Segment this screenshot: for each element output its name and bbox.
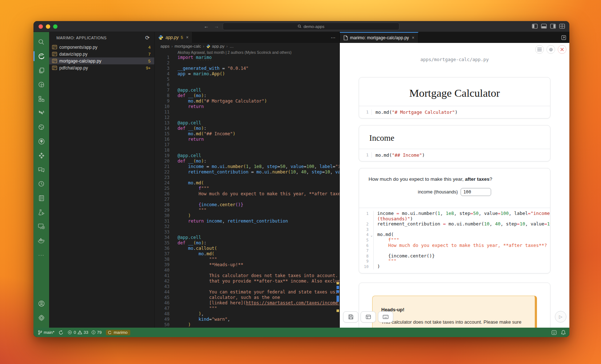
- notifications-item[interactable]: [561, 330, 566, 335]
- sync-changes-item[interactable]: [59, 330, 63, 335]
- code-line[interactable]: 19@app.cell: [155, 153, 339, 159]
- toggle-sidebar-icon[interactable]: [532, 24, 538, 29]
- code-line[interactable]: 13@app.cell: [155, 120, 339, 126]
- code-line[interactable]: 35def __(mo):: [155, 240, 339, 246]
- run-button[interactable]: ▷: [555, 311, 566, 323]
- overview-ruler[interactable]: [336, 49, 339, 328]
- activity-notebook-icon[interactable]: [33, 191, 49, 205]
- code-line[interactable]: 40: [155, 268, 339, 273]
- activity-tests-icon[interactable]: [33, 205, 49, 219]
- code-line[interactable]: 33: [155, 229, 339, 235]
- code-line[interactable]: 23: [155, 175, 339, 180]
- code-line[interactable]: 9 mo.md("# Mortgage Calculator"): [155, 99, 339, 104]
- refresh-icon[interactable]: ⟳: [145, 35, 150, 41]
- activity-marimo-icon[interactable]: [33, 49, 49, 63]
- cell-code[interactable]: mo.md("## Income"): [371, 152, 425, 158]
- menu-icon[interactable]: [535, 45, 544, 54]
- code-line[interactable]: 1import marimo: [155, 55, 339, 60]
- cell-code-block[interactable]: 1income = mo.ui.number(1, 1e8, step=50, …: [359, 208, 550, 273]
- code-line[interactable]: 18: [155, 148, 339, 153]
- code-line[interactable]: 22 retirement_contribution = mo.ui.numbe…: [155, 169, 339, 175]
- toggle-secondary-sidebar-icon[interactable]: [550, 24, 556, 29]
- code-line[interactable]: 12: [155, 115, 339, 120]
- file-row-pdfchat[interactable]: pdfchat/app.py9+: [49, 64, 154, 71]
- settings-gear-icon[interactable]: [33, 311, 49, 325]
- code-line[interactable]: 6: [155, 82, 339, 88]
- file-row-components[interactable]: components/app.py4: [49, 44, 154, 51]
- toggle-panel-icon[interactable]: [541, 24, 547, 29]
- cell-code[interactable]: mo.md("# Mortgage Calculator"): [371, 109, 458, 115]
- feedback-item[interactable]: [552, 330, 557, 335]
- code-line[interactable]: 21 income = mo.ui.number(1, 1e8, step=50…: [155, 164, 339, 169]
- code-line[interactable]: 2: [155, 60, 339, 66]
- code-line[interactable]: 34@app.cell: [155, 235, 339, 240]
- save-button[interactable]: [343, 311, 358, 323]
- open-window-button[interactable]: [361, 311, 376, 323]
- activity-search-icon[interactable]: [33, 35, 49, 49]
- activity-docker-icon[interactable]: [33, 233, 49, 248]
- tab-close-icon[interactable]: ×: [412, 35, 414, 40]
- code-line[interactable]: 3__generated_with = "0.0.14": [155, 66, 339, 71]
- code-editor[interactable]: Akshay Agrawal, last month | 2 authors (…: [155, 49, 339, 328]
- code-line[interactable]: 7@app.cell: [155, 88, 339, 93]
- minimize-window-button[interactable]: [46, 24, 50, 29]
- file-row-mortgage-calc[interactable]: mortgage-calc/app.py5: [49, 57, 154, 64]
- code-line[interactable]: 24 mo.md(: [155, 180, 339, 186]
- code-line[interactable]: 25 f""": [155, 186, 339, 191]
- tab-marimo-preview[interactable]: marimo: mortgage-calc/app.py ×: [340, 32, 418, 43]
- code-line[interactable]: 10 return: [155, 104, 339, 109]
- code-line[interactable]: 37 mo.md(: [155, 251, 339, 257]
- code-line[interactable]: 27: [155, 197, 339, 202]
- editor-more-actions-icon[interactable]: ⋯: [331, 32, 336, 43]
- codelens-authors[interactable]: Akshay Agrawal, last month | 2 authors (…: [155, 50, 339, 55]
- back-arrow-icon[interactable]: ←: [204, 23, 209, 29]
- code-line[interactable]: 43: [155, 284, 339, 289]
- activity-diamonds-icon[interactable]: [33, 148, 49, 163]
- forward-arrow-icon[interactable]: →: [214, 23, 219, 29]
- code-line[interactable]: 49 kind="warn",: [155, 317, 339, 322]
- git-branch-item[interactable]: main*: [38, 330, 54, 335]
- activity-history-icon[interactable]: [33, 177, 49, 191]
- activity-debug-watch-icon[interactable]: [33, 77, 49, 92]
- code-line[interactable]: 11: [155, 109, 339, 115]
- traffic-lights[interactable]: [39, 24, 57, 29]
- code-line[interactable]: 48 ),: [155, 311, 339, 317]
- problems-item[interactable]: 0 33 79: [68, 330, 102, 335]
- code-line[interactable]: 47 """: [155, 306, 339, 311]
- breadcrumb[interactable]: apps› mortgage-calc› app.py› …: [155, 43, 339, 49]
- activity-globe-icon[interactable]: [33, 120, 49, 134]
- code-line[interactable]: 38 """: [155, 257, 339, 262]
- activity-remote-screen-icon[interactable]: [33, 219, 49, 233]
- code-line[interactable]: 4app = marimo.App(): [155, 71, 339, 77]
- code-line[interactable]: 15 mo.md("## Income"): [155, 131, 339, 137]
- keyboard-shortcuts-button[interactable]: [378, 311, 393, 323]
- command-center-search[interactable]: demo-apps: [223, 23, 399, 30]
- code-line[interactable]: 42 that you provide **after-tax** income…: [155, 279, 339, 284]
- settings-gear-icon[interactable]: [546, 45, 555, 54]
- activity-github-icon[interactable]: [33, 134, 49, 148]
- maximize-window-button[interactable]: [53, 24, 57, 29]
- activity-more-icon[interactable]: ···: [33, 248, 49, 262]
- code-line[interactable]: 39 **Heads-up!**: [155, 262, 339, 268]
- code-line[interactable]: 14def __(mo):: [155, 126, 339, 131]
- code-line[interactable]: 44 You can estimate your federal and sta…: [155, 289, 339, 295]
- code-line[interactable]: 20def __(mo):: [155, 159, 339, 164]
- activity-comments-icon[interactable]: [33, 163, 49, 177]
- activity-terraform-icon[interactable]: [33, 106, 49, 120]
- code-line[interactable]: 28 {income.center()}: [155, 202, 339, 208]
- code-line[interactable]: 31 return income, retirement_contributio…: [155, 219, 339, 224]
- income-number-input[interactable]: 100: [461, 188, 491, 196]
- code-line[interactable]: 45 calculator, such as the one: [155, 295, 339, 300]
- code-line[interactable]: 36 mo.callout(: [155, 246, 339, 251]
- code-line[interactable]: 26 How much do you expect to make this y…: [155, 191, 339, 197]
- marimo-status-badge[interactable]: marimo: [106, 330, 130, 335]
- customize-layout-icon[interactable]: [559, 24, 565, 29]
- shutdown-close-icon[interactable]: [558, 45, 566, 54]
- code-line[interactable]: 32: [155, 224, 339, 229]
- code-line[interactable]: 29 """: [155, 208, 339, 213]
- file-row-dataviz[interactable]: dataviz/app.py7: [49, 51, 154, 57]
- code-line[interactable]: 17: [155, 142, 339, 148]
- tab-app-py[interactable]: app.py 5 ×: [155, 32, 192, 43]
- code-line[interactable]: 30 ): [155, 213, 339, 219]
- code-line[interactable]: 46 [linked here](https://smartasset.com/…: [155, 300, 339, 306]
